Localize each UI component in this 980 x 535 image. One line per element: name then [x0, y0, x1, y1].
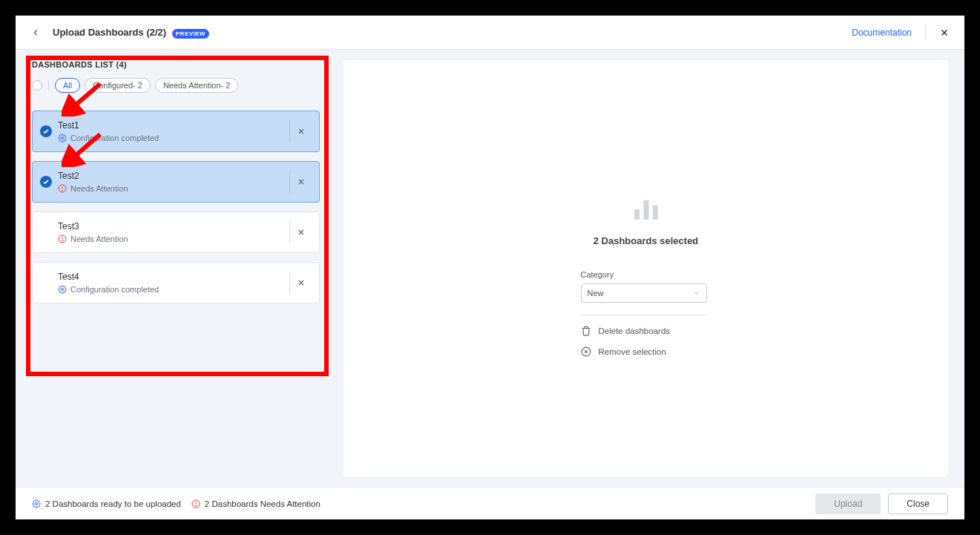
documentation-link[interactable]: Documentation [852, 27, 912, 38]
chevron-down-icon [693, 289, 700, 297]
dashboard-card[interactable]: Test4 Configuration completed [32, 262, 320, 303]
select-all-toggle[interactable] [32, 80, 42, 91]
dashboard-status: Configuration completed [58, 285, 285, 294]
dashboards-list-title: DASHBOARDS LIST (4) [32, 60, 320, 69]
dashboard-status: Needs Attention [58, 184, 285, 193]
filter-row: All Configured- 2 Needs Attention- 2 [32, 78, 320, 93]
remove-card-button[interactable] [289, 272, 312, 294]
modal-footer: 2 Dashboards ready to be uploaded 2 Dash… [16, 487, 964, 519]
remove-selection-button[interactable]: Remove selection [581, 347, 707, 357]
upload-button[interactable]: Upload [815, 493, 881, 514]
dashboards-icon [631, 194, 662, 225]
svg-rect-8 [634, 209, 639, 220]
gear-icon [58, 134, 67, 142]
close-button[interactable]: Close [888, 493, 948, 514]
filter-needs-attention[interactable]: Needs Attention- 2 [155, 78, 239, 93]
divider [48, 80, 49, 91]
close-icon[interactable] [939, 27, 950, 38]
remove-card-button[interactable] [289, 171, 312, 193]
selection-count-title: 2 Dashboards selected [593, 235, 699, 246]
delete-dashboards-button[interactable]: Delete dashboards [581, 326, 707, 336]
alert-icon [58, 184, 67, 193]
svg-point-12 [36, 502, 38, 505]
remove-card-button[interactable] [289, 221, 312, 243]
checkmark-icon [40, 226, 52, 238]
page-title: Upload Dashboards (2/2) PREVIEW [53, 27, 209, 38]
category-label: Category [581, 270, 707, 279]
modal-header: Upload Dashboards (2/2) PREVIEW Document… [16, 16, 964, 50]
filter-configured[interactable]: Configured- 2 [85, 78, 151, 93]
footer-attention-status: 2 Dashboards Needs Attention [191, 499, 320, 508]
svg-point-3 [62, 190, 63, 191]
dashboard-card[interactable]: Test2 Needs Attention [32, 161, 320, 203]
dashboard-card[interactable]: Test1 Configuration completed [32, 111, 320, 152]
svg-point-15 [195, 505, 196, 506]
checkmark-icon [40, 277, 52, 289]
dashboard-name: Test1 [58, 120, 285, 131]
category-select[interactable]: New [581, 283, 707, 303]
gear-icon [58, 285, 67, 294]
dashboards-list-panel: DASHBOARDS LIST (4) All Configured- 2 Ne… [16, 50, 336, 487]
alert-icon [58, 234, 67, 243]
footer-ready-status: 2 Dashboards ready to be uploaded [32, 499, 181, 508]
checkmark-icon [40, 176, 52, 188]
divider [925, 25, 926, 40]
filter-all[interactable]: All [55, 78, 80, 93]
remove-icon [581, 347, 591, 357]
svg-rect-9 [643, 200, 648, 220]
checkmark-icon [40, 125, 52, 137]
trash-icon [581, 326, 591, 336]
svg-point-7 [62, 289, 64, 291]
dashboard-status: Configuration completed [58, 134, 285, 142]
alert-icon [191, 499, 200, 508]
preview-badge: PREVIEW [172, 29, 209, 39]
dashboard-name: Test2 [58, 171, 285, 181]
svg-point-6 [62, 240, 63, 241]
divider [581, 315, 707, 315]
svg-point-0 [62, 137, 64, 140]
back-icon[interactable] [30, 27, 41, 38]
selection-panel: 2 Dashboards selected Category New Delet… [343, 60, 948, 476]
dashboard-name: Test3 [58, 221, 285, 232]
svg-rect-10 [652, 206, 657, 220]
dashboard-card[interactable]: Test3 Needs Attention [32, 211, 320, 253]
gear-icon [32, 499, 41, 508]
dashboard-status: Needs Attention [58, 234, 285, 243]
dashboard-name: Test4 [58, 272, 285, 282]
remove-card-button[interactable] [289, 120, 312, 142]
